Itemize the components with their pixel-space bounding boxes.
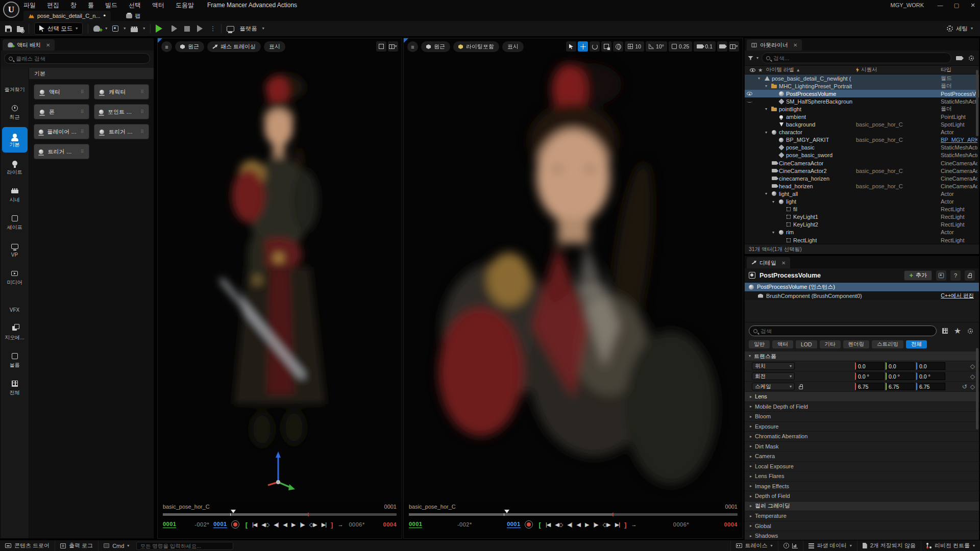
grid-snap-control[interactable]: 10 — [625, 41, 644, 52]
reset-default-icon[interactable]: ◇ — [970, 363, 975, 370]
scale-y[interactable]: 6.75 — [886, 383, 915, 390]
insights-buttons[interactable] — [778, 540, 803, 551]
category-rail-item[interactable]: 전체 — [2, 375, 28, 400]
previous-key-button[interactable]: ◀◇ — [555, 521, 562, 528]
outliner-row[interactable]: RectLight RectLight — [745, 236, 979, 244]
details-section-row[interactable]: ▸ Exposure — [745, 422, 979, 432]
outliner-row[interactable]: PostProcessVolume PostProcessVolume — [745, 90, 979, 97]
add-actor-caret[interactable]: ▾ — [105, 27, 107, 31]
outliner-row[interactable]: pointlight 폴더 — [745, 105, 979, 113]
content-drawer-button[interactable]: 콘텐츠 드로어 — [0, 540, 55, 551]
details-scrollbar[interactable] — [976, 348, 978, 430]
world-local-toggle[interactable] — [613, 41, 623, 52]
rotation-y[interactable]: 0.0 ° — [886, 372, 915, 380]
placeable-actor-button[interactable]: 트리거 박스 ⠿ — [94, 124, 150, 139]
record-button[interactable] — [231, 520, 239, 529]
menu-item[interactable]: 편집 — [47, 1, 59, 10]
drag-grip-icon[interactable]: ⠿ — [81, 149, 85, 154]
select-mode-dropdown[interactable]: 선택 모드 ▾ — [34, 22, 83, 35]
filter-chip[interactable]: 렌더링 — [843, 340, 870, 348]
placeable-actor-button[interactable]: 플레이어 스타트 ⠿ — [34, 124, 89, 139]
category-rail-item[interactable]: 볼륨 — [2, 347, 28, 373]
cpp-edit-link[interactable]: C++에서 편집 — [941, 292, 974, 299]
play-options-kebab[interactable]: ⋮ — [210, 25, 216, 32]
outliner-tab[interactable]: 아웃라이너 ✕ — [747, 39, 802, 51]
location-z[interactable]: 0.0 — [916, 362, 945, 370]
expand-caret[interactable] — [765, 191, 770, 196]
add-actor-icon[interactable] — [93, 26, 100, 32]
step-back-button[interactable]: ◀| — [274, 521, 278, 528]
show-dropdown[interactable]: 표시 — [264, 41, 285, 52]
menu-item[interactable]: 도움말 — [176, 1, 194, 10]
filter-caret[interactable]: ▾ — [756, 56, 758, 60]
outliner-row[interactable]: CineCameraActor CineCameraActor — [745, 159, 979, 167]
previous-key-button[interactable]: ◀◇ — [261, 521, 269, 528]
move-tool[interactable] — [578, 41, 588, 52]
filter-chip[interactable]: 스트리밍 — [872, 340, 903, 348]
outliner-row[interactable]: light Actor — [745, 198, 979, 206]
next-key-button[interactable]: ◇▶ — [603, 521, 610, 528]
transform-gizmo[interactable] — [263, 450, 296, 493]
placeable-actor-button[interactable]: 액터 ⠿ — [34, 84, 89, 99]
outliner-column-header[interactable]: ★ 아이템 라벨 ▲ 시퀀서 타입 — [745, 65, 979, 74]
playhead[interactable] — [231, 510, 236, 513]
fab-button[interactable]: 팹 — [122, 11, 144, 21]
label-column[interactable]: 아이템 라벨 — [766, 66, 794, 73]
outliner-row[interactable]: MHC_LightingPreset_Portrait 폴더 — [745, 82, 979, 90]
sequencer-column[interactable]: 시퀀서 — [861, 66, 877, 73]
outliner-row[interactable]: background basic_pose_hor_C SpotLight — [745, 121, 979, 129]
lock-icon[interactable] — [965, 270, 975, 281]
outliner-settings-icon[interactable] — [967, 54, 976, 62]
in-offset[interactable]: -002* — [194, 521, 209, 528]
skip-button[interactable] — [173, 26, 177, 32]
stop-button[interactable] — [184, 26, 190, 32]
play-reverse-button[interactable]: ◀ — [577, 521, 580, 528]
category-rail-item[interactable]: 즐겨찾기 — [2, 72, 28, 97]
outliner-row[interactable]: charactor Actor — [745, 129, 979, 136]
timeline-scrubber[interactable] — [163, 513, 397, 516]
menu-item[interactable]: 선택 — [129, 1, 141, 10]
view-mode-dropdown[interactable]: 패스 트레이싱 — [207, 41, 261, 52]
play-forward-button[interactable]: ▶ — [585, 521, 589, 528]
location-x[interactable]: 0.0 — [855, 362, 884, 370]
end-frame[interactable]: 0004 — [383, 521, 397, 528]
expand-caret[interactable] — [772, 199, 777, 204]
record-button[interactable] — [525, 520, 533, 529]
start-frame[interactable]: 0001 — [409, 521, 422, 528]
outliner-search-box[interactable] — [762, 53, 951, 63]
show-dropdown[interactable]: 표시 — [502, 41, 524, 52]
close-icon[interactable]: ✕ — [46, 42, 50, 48]
save-icon[interactable] — [5, 26, 12, 32]
console-input[interactable] — [136, 542, 233, 550]
details-section-row[interactable]: ▸ Image Effects — [745, 482, 979, 492]
placeable-actor-button[interactable]: 포인트 라이트 ⠿ — [94, 104, 150, 119]
menu-item[interactable]: 창 — [70, 1, 77, 10]
details-section-row[interactable]: ▸ Bloom — [745, 412, 979, 422]
outliner-row[interactable]: pose_basic_detail_C_newlight ( 월드 — [745, 74, 979, 82]
level-tab[interactable]: pose_basic_detail_C_n... • — [23, 11, 111, 21]
viewport-menu-button[interactable]: ≡ — [407, 41, 418, 52]
details-section-row[interactable]: ▸ Camera — [745, 452, 979, 462]
filter-chip[interactable]: 기타 — [820, 340, 841, 348]
viewport-right[interactable]: ≡ 원근 라이팅포함 표시 10 10° 0.25 — [403, 38, 743, 539]
browse-content-icon[interactable] — [17, 27, 23, 32]
settings-dropdown[interactable]: 세팅 ▾ — [947, 25, 980, 33]
outliner-scrollbar[interactable] — [976, 70, 978, 136]
details-section-row[interactable]: ▸ Dirt Mask — [745, 442, 979, 452]
display-filter-icon[interactable] — [940, 327, 949, 335]
outliner-row[interactable]: rim Actor — [745, 229, 979, 236]
details-search-box[interactable] — [749, 325, 937, 336]
perspective-dropdown[interactable]: 원근 — [175, 41, 204, 52]
filter-icon[interactable] — [748, 56, 753, 60]
expand-caret[interactable] — [772, 230, 777, 235]
scale-x[interactable]: 6.75 — [855, 383, 884, 390]
outliner-search-input[interactable] — [773, 55, 947, 61]
blueprint-edit-icon[interactable] — [936, 270, 946, 281]
outliner-row[interactable]: pose_basic StaticMeshActor — [745, 144, 979, 152]
blueprints-caret[interactable]: ▾ — [124, 27, 126, 31]
details-section-row[interactable]: ▸ 컬러 그레이딩 — [745, 502, 979, 512]
to-end-button[interactable]: ▶| — [615, 521, 620, 528]
placeable-actor-button[interactable]: 트리거 스피어 ⠿ — [34, 144, 89, 159]
play-reverse-button[interactable]: ◀ — [283, 521, 287, 528]
reset-to-default-icon[interactable]: ↺ — [962, 383, 967, 390]
